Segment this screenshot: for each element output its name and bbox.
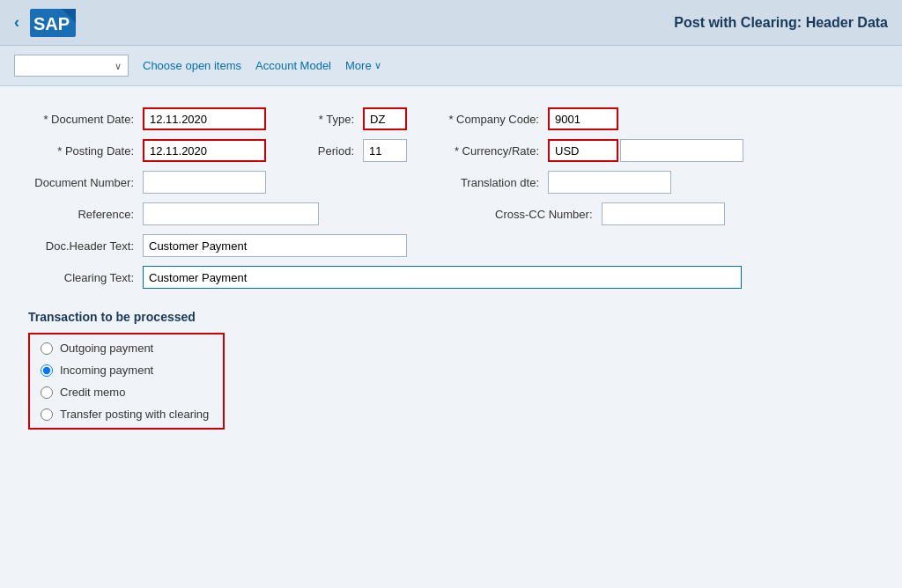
posting-date-input[interactable] xyxy=(143,139,266,162)
document-number-label: Document Number: xyxy=(28,176,143,189)
form-section: * Document Date: * Type: * Company Code:… xyxy=(28,107,874,289)
back-button[interactable]: ‹ xyxy=(14,13,19,32)
radio-incoming-label: Incoming payment xyxy=(60,364,153,377)
company-code-label: * Company Code: xyxy=(442,113,548,126)
translation-dte-label: Translation dte: xyxy=(442,176,548,189)
clearing-text-label: Clearing Text: xyxy=(28,271,143,284)
more-button[interactable]: More ∨ xyxy=(345,59,381,72)
sap-logo: SAP xyxy=(30,9,76,37)
choose-open-items-link[interactable]: Choose open items xyxy=(143,59,241,72)
period-input[interactable] xyxy=(363,139,407,162)
period-label: Period: xyxy=(301,144,363,158)
radio-transfer[interactable]: Transfer posting with clearing xyxy=(41,408,209,421)
page-title: Post with Clearing: Header Data xyxy=(674,15,888,31)
form-row-3: Document Number: Translation dte: xyxy=(28,171,874,194)
radio-credit-label: Credit memo xyxy=(60,386,125,399)
radio-credit-input[interactable] xyxy=(41,386,53,399)
toolbar-select[interactable] xyxy=(14,55,129,77)
more-arrow-icon: ∨ xyxy=(374,60,381,71)
transaction-radio-group: Outgoing payment Incoming payment Credit… xyxy=(28,333,225,430)
posting-date-label: * Posting Date: xyxy=(28,144,143,158)
currency-input[interactable] xyxy=(548,139,618,162)
form-row-5: Doc.Header Text: xyxy=(28,234,874,257)
doc-header-text-input[interactable] xyxy=(143,234,407,257)
radio-transfer-label: Transfer posting with clearing xyxy=(60,408,209,421)
type-label: * Type: xyxy=(301,113,363,126)
currency-rate-label: * Currency/Rate: xyxy=(442,144,548,158)
document-number-input[interactable] xyxy=(143,171,266,194)
cross-cc-label: Cross-CC Number: xyxy=(495,208,602,221)
form-row-1: * Document Date: * Type: * Company Code: xyxy=(28,107,874,130)
main-content: * Document Date: * Type: * Company Code:… xyxy=(0,86,902,588)
type-input[interactable] xyxy=(363,107,407,130)
account-model-link[interactable]: Account Model xyxy=(255,59,331,72)
radio-incoming-input[interactable] xyxy=(41,364,53,377)
toolbar-select-wrapper: ∨ xyxy=(14,55,129,77)
radio-transfer-input[interactable] xyxy=(41,408,53,421)
radio-credit[interactable]: Credit memo xyxy=(41,386,209,399)
radio-outgoing[interactable]: Outgoing payment xyxy=(41,342,209,355)
document-date-label: * Document Date: xyxy=(28,113,143,126)
svg-text:SAP: SAP xyxy=(33,14,70,33)
clearing-text-input[interactable] xyxy=(143,266,742,289)
radio-incoming[interactable]: Incoming payment xyxy=(41,364,209,377)
translation-dte-input[interactable] xyxy=(548,171,671,194)
transaction-title: Transaction to be processed xyxy=(28,310,874,324)
company-code-input[interactable] xyxy=(548,107,618,130)
currency-rate-extra-input[interactable] xyxy=(620,139,743,162)
reference-input[interactable] xyxy=(143,202,319,225)
more-label: More xyxy=(345,59,372,72)
toolbar: ∨ Choose open items Account Model More ∨ xyxy=(0,46,902,86)
radio-outgoing-input[interactable] xyxy=(41,342,53,355)
radio-outgoing-label: Outgoing payment xyxy=(60,342,153,355)
top-bar: ‹ SAP Post with Clearing: Header Data xyxy=(0,0,902,46)
form-row-6: Clearing Text: xyxy=(28,266,874,289)
doc-header-text-label: Doc.Header Text: xyxy=(28,239,143,253)
cross-cc-input[interactable] xyxy=(602,202,725,225)
transaction-section: Transaction to be processed Outgoing pay… xyxy=(28,310,874,430)
form-row-4: Reference: Cross-CC Number: xyxy=(28,202,874,225)
reference-label: Reference: xyxy=(28,208,143,221)
document-date-input[interactable] xyxy=(143,107,266,130)
form-row-2: * Posting Date: Period: * Currency/Rate: xyxy=(28,139,874,162)
